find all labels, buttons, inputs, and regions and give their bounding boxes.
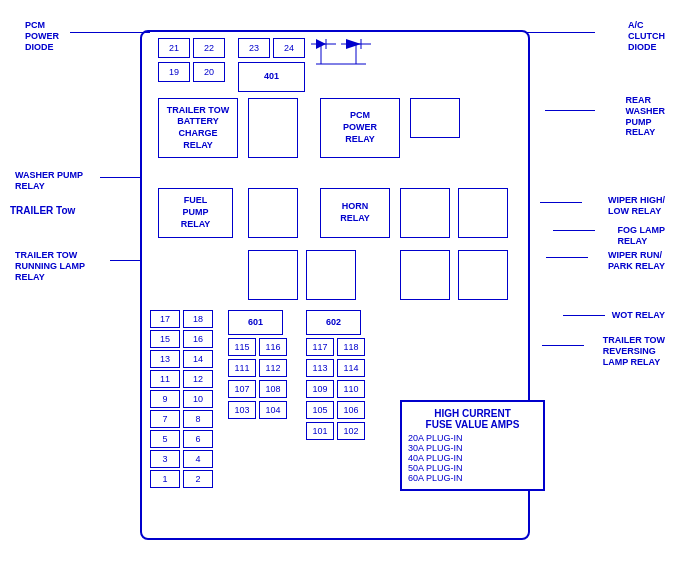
fog-lamp-relay-label: FOG LAMPRELAY [618,225,666,247]
trailer-tow-reversing-lamp-relay-label: TRAILER TOWREVERSINGLAMP RELAY [603,335,665,367]
relay-box-2 [410,98,460,138]
trailer-tow-reversing-lamp-relay-line [542,345,584,346]
pcm-power-diode-label: PCMPOWERDIODE [25,20,59,52]
fuse-19: 19 [158,62,190,82]
info-box-item-5: 60A PLUG-IN [408,473,537,483]
relay-box-9 [306,250,356,300]
trailer-tow-battery-relay: TRAILER TOWBATTERYCHARGERELAY [158,98,238,158]
trailer-tow-running-lamp-relay-label: TRAILER TOWRUNNING LAMPRELAY [15,250,85,282]
fuse-117: 117 [306,338,334,356]
wot-relay-label: WOT RELAY [612,310,665,321]
fuse-104: 104 [259,401,287,419]
fuse-10: 10 [183,390,213,408]
info-box: HIGH CURRENTFUSE VALUE AMPS 20A PLUG-IN … [400,400,545,491]
fuse-23: 23 [238,38,270,58]
fuse-102: 102 [337,422,365,440]
info-box-item-4: 50A PLUG-IN [408,463,537,473]
fuse-401: 401 [238,62,305,92]
fuse-12: 12 [183,370,213,388]
fuse-116: 116 [259,338,287,356]
fuse-601: 601 [228,310,283,335]
wot-relay-line [563,315,605,316]
fuse-103: 103 [228,401,256,419]
fuse-110: 110 [337,380,365,398]
ac-clutch-diode-label: A/CCLUTCHDIODE [628,20,665,52]
trailer-tow-running-lamp-relay-line [110,260,142,261]
fuse-111: 111 [228,359,256,377]
fuse-11: 11 [150,370,180,388]
fuse-105: 105 [306,401,334,419]
fuse-22: 22 [193,38,225,58]
fuse-108: 108 [259,380,287,398]
info-box-title: HIGH CURRENTFUSE VALUE AMPS [408,408,537,430]
relay-box-6 [400,250,450,300]
info-box-item-2: 30A PLUG-IN [408,443,537,453]
fuse-14: 14 [183,350,213,368]
diode-symbols [306,34,376,74]
relay-box-7 [458,250,508,300]
relay-box-3 [248,188,298,238]
fog-lamp-relay-line [553,230,595,231]
wiper-high-low-relay-line [540,202,582,203]
fuse-4: 4 [183,450,213,468]
fuse-113: 113 [306,359,334,377]
fuse-112: 112 [259,359,287,377]
info-box-item-1: 20A PLUG-IN [408,433,537,443]
pcm-power-relay: PCMPOWERRELAY [320,98,400,158]
fuse-20: 20 [193,62,225,82]
fuse-115: 115 [228,338,256,356]
fuse-7: 7 [150,410,180,428]
washer-pump-relay-line [100,177,142,178]
fuse-114: 114 [337,359,365,377]
wiper-run-park-relay-line [546,257,588,258]
fuse-21: 21 [158,38,190,58]
fuel-pump-relay: FUELPUMPRELAY [158,188,233,238]
fuse-13: 13 [150,350,180,368]
fuse-15: 15 [150,330,180,348]
pcm-power-diode-line [70,32,150,33]
trailer-tow-label: TRAILER Tow [10,205,75,217]
washer-pump-relay-label: WASHER PUMPRELAY [15,170,83,192]
diagram-container: PCMPOWERDIODE A/CCLUTCHDIODE REARWASHERP… [10,10,670,554]
fuse-9: 9 [150,390,180,408]
relay-box-4 [400,188,450,238]
wiper-run-park-relay-label: WIPER RUN/PARK RELAY [608,250,665,272]
relay-box-1 [248,98,298,158]
rear-washer-pump-relay-line [545,110,595,111]
wiper-high-low-relay-label: WIPER HIGH/LOW RELAY [608,195,665,217]
fuse-107: 107 [228,380,256,398]
fuse-16: 16 [183,330,213,348]
fuse-602: 602 [306,310,361,335]
ac-clutch-diode-line [525,32,595,33]
horn-relay: HORNRELAY [320,188,390,238]
fuse-8: 8 [183,410,213,428]
relay-box-5 [458,188,508,238]
rear-washer-pump-relay-label: REARWASHERPUMPRELAY [625,95,665,138]
fuse-18: 18 [183,310,213,328]
relay-box-8 [248,250,298,300]
fuse-106: 106 [337,401,365,419]
fuse-2: 2 [183,470,213,488]
info-box-item-3: 40A PLUG-IN [408,453,537,463]
fuse-1: 1 [150,470,180,488]
fuse-118: 118 [337,338,365,356]
fuse-3: 3 [150,450,180,468]
svg-marker-4 [346,39,361,49]
fuse-6: 6 [183,430,213,448]
fuse-109: 109 [306,380,334,398]
fuse-17: 17 [150,310,180,328]
fuse-5: 5 [150,430,180,448]
fuse-101: 101 [306,422,334,440]
fuse-24: 24 [273,38,305,58]
